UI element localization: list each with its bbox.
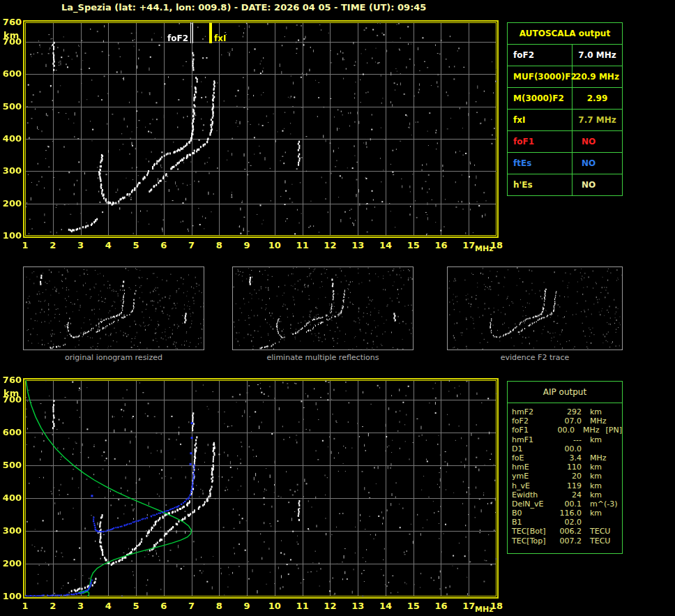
- parameter-label: B0: [512, 509, 555, 518]
- parameter-label: TEC[Bot]: [512, 527, 555, 536]
- parameter-label: B1: [512, 518, 555, 527]
- parameter-value: 119: [555, 481, 582, 490]
- parameter-value: 292: [555, 407, 582, 416]
- x-tick-label: 13: [349, 601, 366, 611]
- y-tick-label: 100: [0, 592, 22, 601]
- aip-row-hmE: hmE110km: [512, 463, 622, 472]
- aip-row-B1: B102.0: [512, 518, 622, 527]
- thumbnail-eliminate-canvas: [233, 267, 413, 350]
- x-tick-label: 3: [73, 240, 89, 250]
- parameter-value: ---: [555, 435, 582, 444]
- parameter-unit: [582, 444, 590, 453]
- aip-ionogram-canvas: [25, 380, 496, 596]
- y-tick-label: 300: [0, 526, 22, 536]
- y-tick-label: 600: [0, 428, 22, 437]
- parameter-label: ftEs: [508, 153, 572, 174]
- y-tick-label: 760: [0, 17, 22, 27]
- y-tick-label: 400: [0, 134, 22, 144]
- parameter-value: 00.0: [555, 444, 582, 453]
- parameter-label: h_vE: [512, 481, 555, 490]
- thumbnail-eliminate-reflections: [232, 266, 414, 350]
- aip-row-TEC[Top]: TEC[Top]007.2TECU: [512, 536, 622, 546]
- y-tick-label: 400: [0, 493, 22, 503]
- aip-plot-x-unit: MHz: [475, 605, 494, 614]
- parameter-value: 07.0: [555, 416, 582, 426]
- parameter-label: M(3000)F2: [508, 88, 572, 109]
- aip-table-title: AIP output: [508, 382, 622, 403]
- parameter-label: foE: [512, 453, 555, 463]
- parameter-value: 006.2: [555, 527, 582, 536]
- parameter-unit: km: [582, 407, 602, 416]
- parameter-label: D1: [512, 444, 555, 453]
- parameter-value: 3.4: [555, 453, 582, 463]
- autoscala-row-foF1: foF1NO: [508, 130, 622, 152]
- autoscala-row-ftEs: ftEsNO: [508, 152, 622, 174]
- autoscala-app-window: La_Spezia (lat: +44.1, lon: 009.8) - DAT…: [0, 0, 675, 616]
- x-tick-label: 5: [128, 601, 144, 611]
- parameter-unit: km: [582, 472, 602, 481]
- main-plot-x-unit: MHz: [475, 244, 494, 253]
- parameter-value: NO: [572, 174, 622, 195]
- parameter-label: MUF(3000)F2: [508, 66, 572, 87]
- x-tick-label: 2: [45, 240, 61, 250]
- x-tick-label: 9: [238, 601, 255, 611]
- parameter-flag: [PN]: [600, 426, 622, 435]
- autoscala-row-fxI: fxI7.7 MHz: [508, 109, 622, 130]
- aip-output-table: AIP output hmF2292kmfoF207.0MHzfoF100.0M…: [507, 381, 623, 554]
- x-tick-label: 5: [128, 240, 144, 250]
- x-tick-label: 2: [45, 601, 61, 611]
- main-ionogram-canvas: [25, 22, 496, 236]
- aip-plot-y-unit: km: [3, 388, 19, 398]
- x-tick-label: 7: [183, 240, 200, 250]
- x-tick-label: 8: [211, 240, 227, 250]
- aip-row-ymE: ymE20km: [512, 472, 622, 481]
- parameter-label: TEC[Top]: [512, 536, 555, 546]
- thumbnail-f2-canvas: [448, 267, 622, 350]
- aip-row-hmF2: hmF2292km: [512, 407, 622, 416]
- aip-row-DelN_vE: DelN_vE00.1m^(-3): [512, 499, 622, 509]
- x-tick-label: 13: [349, 240, 366, 250]
- parameter-value: 02.0: [555, 518, 582, 527]
- autoscala-output-table: AUTOSCALA output foF27.0 MHzMUF(3000)F22…: [507, 22, 623, 196]
- autoscala-row-h'Es: h'EsNO: [508, 174, 622, 195]
- station-title: La_Spezia (lat: +44.1, lon: 009.8) - DAT…: [61, 2, 426, 13]
- parameter-value: NO: [572, 131, 622, 152]
- x-tick-label: 8: [211, 601, 227, 611]
- y-tick-label: 100: [0, 231, 22, 241]
- parameter-unit: MHz: [582, 453, 607, 463]
- thumbnail-f2-label: evidence F2 trace: [447, 353, 623, 362]
- aip-ionogram-plot: [23, 378, 499, 599]
- parameter-unit: km: [582, 481, 602, 490]
- main-plot-y-unit: km: [3, 30, 19, 40]
- x-tick-label: 16: [432, 240, 449, 250]
- y-tick-label: 500: [0, 460, 22, 470]
- aip-row-foE: foE3.4MHz: [512, 453, 622, 463]
- x-tick-label: 4: [100, 240, 116, 250]
- x-tick-label: 1: [17, 240, 33, 250]
- x-tick-label: 10: [266, 240, 283, 250]
- y-tick-label: 300: [0, 166, 22, 176]
- parameter-unit: MHz: [582, 416, 607, 426]
- aip-row-B0: B0116.0km: [512, 509, 622, 518]
- x-tick-label: 7: [183, 601, 200, 611]
- x-tick-label: 9: [238, 240, 255, 250]
- parameter-label: foF1: [508, 131, 572, 152]
- parameter-unit: m^(-3): [582, 499, 617, 509]
- parameter-value: 00.1: [555, 499, 582, 509]
- parameter-label: Ewidth: [512, 490, 555, 499]
- main-ionogram-plot: [23, 20, 499, 238]
- parameter-label: foF2: [508, 45, 572, 66]
- x-tick-label: 6: [156, 601, 172, 611]
- autoscala-row-MUF(3000)F2: MUF(3000)F220.9 MHz: [508, 66, 622, 87]
- parameter-label: foF2: [512, 416, 555, 426]
- y-tick-label: 200: [0, 199, 22, 209]
- y-tick-label: 200: [0, 559, 22, 569]
- parameter-unit: TECU: [582, 527, 610, 536]
- parameter-label: DelN_vE: [512, 499, 555, 509]
- x-tick-label: 4: [100, 601, 116, 611]
- x-tick-label: 15: [405, 601, 422, 611]
- parameter-unit: km: [582, 463, 602, 472]
- x-tick-label: 12: [321, 240, 338, 250]
- parameter-value: 2.99: [572, 88, 622, 109]
- y-tick-label: 760: [0, 375, 22, 385]
